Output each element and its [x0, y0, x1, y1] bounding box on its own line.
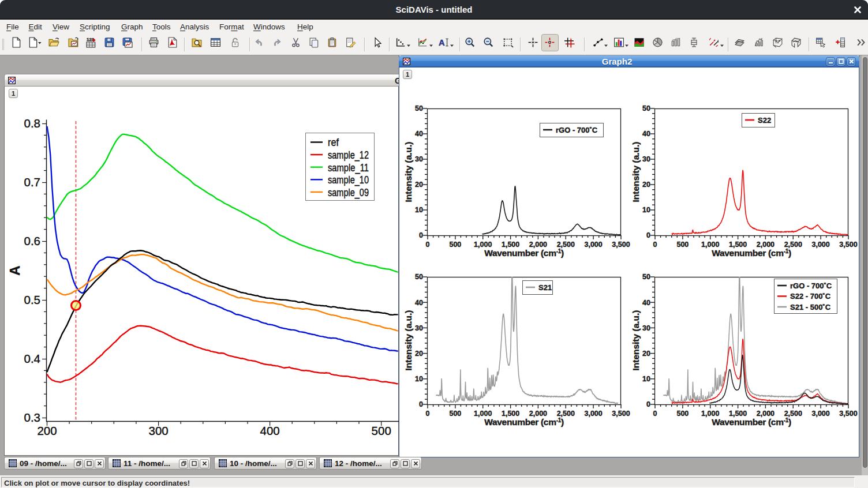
svg-text:1,500: 1,500 — [502, 241, 519, 249]
svg-text:S21 - 500˚C: S21 - 500˚C — [790, 303, 831, 311]
svg-text:Wavenumber (cm-1): Wavenumber (cm-1) — [484, 248, 564, 258]
svg-text:Intensity (a.u.): Intensity (a.u.) — [631, 141, 641, 202]
svg-text:50: 50 — [415, 273, 423, 281]
svg-text:10: 10 — [415, 375, 423, 383]
svg-text:0: 0 — [419, 231, 423, 239]
svg-text:30: 30 — [415, 324, 423, 332]
svg-text:40: 40 — [415, 299, 423, 307]
svg-text:1,000: 1,000 — [701, 241, 719, 249]
svg-text:0: 0 — [653, 410, 657, 418]
svg-text:Wavenumber (cm-1): Wavenumber (cm-1) — [712, 417, 791, 427]
svg-text:A: A — [439, 38, 445, 47]
svg-text:0: 0 — [653, 241, 657, 249]
svg-text:200: 200 — [37, 424, 57, 437]
svg-text:10: 10 — [642, 206, 650, 214]
svg-text:3,000: 3,000 — [584, 410, 602, 418]
svg-text:2,000: 2,000 — [529, 410, 547, 418]
svg-text:1,000: 1,000 — [474, 410, 492, 418]
svg-text:20: 20 — [642, 350, 650, 358]
svg-text:10: 10 — [642, 375, 650, 383]
svg-text:ref: ref — [328, 136, 339, 148]
svg-text:3,000: 3,000 — [584, 241, 602, 249]
svg-text:1,000: 1,000 — [701, 410, 719, 418]
svg-text:0: 0 — [646, 231, 650, 239]
svg-text:A: A — [7, 265, 23, 275]
svg-text:20: 20 — [415, 350, 423, 358]
svg-text:S21: S21 — [538, 283, 552, 292]
svg-text:0: 0 — [646, 400, 650, 408]
svg-text:400: 400 — [260, 424, 279, 437]
svg-text:2,000: 2,000 — [757, 241, 775, 249]
svg-text:sample_11: sample_11 — [328, 162, 369, 174]
svg-text:1,000: 1,000 — [474, 241, 492, 249]
svg-text:300: 300 — [148, 424, 168, 437]
svg-text:0: 0 — [419, 400, 423, 408]
svg-text:500: 500 — [676, 410, 689, 418]
svg-text:1,500: 1,500 — [729, 241, 747, 249]
svg-text:Intensity (a.u.): Intensity (a.u.) — [403, 141, 413, 202]
svg-text:40: 40 — [642, 130, 650, 138]
svg-text:3,500: 3,500 — [612, 410, 630, 418]
svg-text:20: 20 — [415, 181, 423, 189]
svg-text:0.3: 0.3 — [24, 411, 41, 424]
svg-text:sample_09: sample_09 — [328, 186, 369, 199]
svg-text:2,500: 2,500 — [557, 410, 575, 418]
svg-text:3,500: 3,500 — [612, 241, 630, 249]
svg-text:2,500: 2,500 — [557, 241, 575, 249]
svg-text:1,500: 1,500 — [502, 410, 519, 418]
svg-text:0.7: 0.7 — [24, 175, 41, 189]
svg-text:30: 30 — [642, 155, 650, 163]
svg-text:0.5: 0.5 — [24, 293, 41, 306]
svg-text:sample_10: sample_10 — [328, 174, 369, 186]
svg-text:Wavenumber (cm-1): Wavenumber (cm-1) — [484, 417, 564, 427]
svg-text:Wavenumber (cm-1): Wavenumber (cm-1) — [712, 248, 791, 258]
svg-text:rGO - 700˚C: rGO - 700˚C — [790, 281, 832, 290]
svg-text:40: 40 — [415, 130, 423, 138]
svg-text:2,000: 2,000 — [529, 241, 547, 249]
svg-text:Intensity (a.u.): Intensity (a.u.) — [631, 310, 641, 370]
svg-text:0.8: 0.8 — [24, 117, 41, 130]
svg-text:2,000: 2,000 — [757, 410, 775, 418]
svg-text:sample_12: sample_12 — [328, 149, 369, 162]
svg-text:3,000: 3,000 — [811, 410, 829, 418]
svg-text:0: 0 — [426, 410, 430, 418]
svg-text:30: 30 — [642, 324, 650, 332]
svg-text:500: 500 — [676, 241, 689, 249]
svg-text:0: 0 — [426, 241, 430, 249]
svg-text:20: 20 — [642, 181, 650, 189]
svg-text:30: 30 — [415, 155, 423, 163]
svg-text:2,500: 2,500 — [784, 241, 802, 249]
svg-text:3,500: 3,500 — [839, 241, 857, 249]
svg-text:S22 - 700˚C: S22 - 700˚C — [790, 292, 831, 301]
svg-text:500: 500 — [449, 410, 461, 418]
svg-text:0.4: 0.4 — [24, 352, 41, 365]
svg-text:1,500: 1,500 — [729, 410, 747, 418]
svg-text:S22: S22 — [758, 116, 771, 125]
svg-text:500: 500 — [372, 424, 391, 437]
svg-text:10: 10 — [415, 206, 423, 214]
svg-text:50: 50 — [642, 273, 650, 281]
svg-text:0.6: 0.6 — [24, 234, 41, 247]
svg-text:rGO - 700˚C: rGO - 700˚C — [556, 126, 598, 134]
svg-text:3,000: 3,000 — [811, 241, 829, 249]
svg-text:3,500: 3,500 — [839, 410, 857, 418]
svg-text:50: 50 — [415, 104, 423, 112]
svg-text:40: 40 — [642, 299, 650, 307]
svg-text:500: 500 — [449, 241, 461, 249]
svg-text:50: 50 — [642, 104, 650, 112]
svg-text:2,500: 2,500 — [784, 410, 802, 418]
svg-text:Intensity (a.u.): Intensity (a.u.) — [403, 310, 413, 370]
